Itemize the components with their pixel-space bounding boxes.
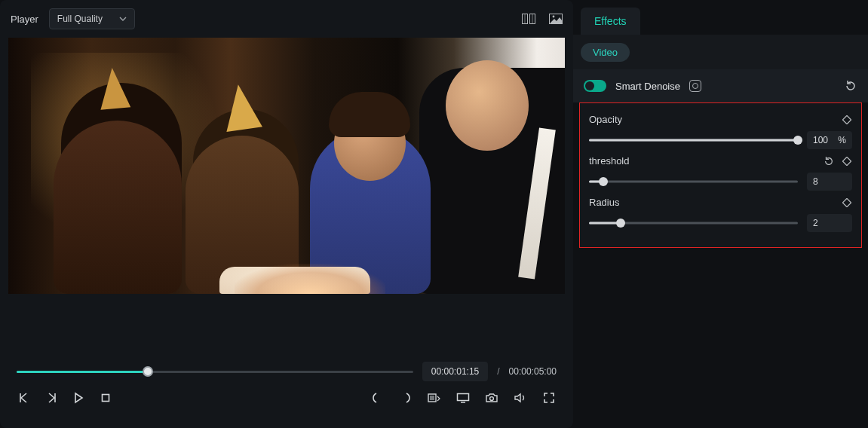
effect-name: Smart Denoise: [615, 81, 680, 92]
opacity-slider[interactable]: [589, 136, 798, 145]
camera-snapshot-icon[interactable]: [484, 390, 499, 405]
tab-effects[interactable]: Effects: [581, 8, 640, 35]
total-duration: 00:00:05:00: [509, 366, 557, 377]
reset-threshold-icon[interactable]: [824, 156, 834, 167]
svg-rect-13: [842, 115, 851, 124]
radius-slider[interactable]: [589, 219, 798, 228]
threshold-slider[interactable]: [589, 177, 798, 186]
player-panel: Player Full Quality: [0, 0, 573, 428]
threshold-value[interactable]: 8: [807, 173, 852, 191]
mark-out-button[interactable]: [398, 390, 413, 405]
transport-bar: 00:00:01:15 / 00:00:05:00: [0, 353, 573, 428]
radius-value[interactable]: 2: [807, 214, 852, 232]
params-box: Opacity 100 %: [579, 102, 862, 248]
svg-rect-14: [842, 157, 851, 165]
opacity-value[interactable]: 100 %: [807, 131, 852, 149]
video-preview[interactable]: [8, 38, 565, 294]
threshold-label: threshold: [589, 155, 816, 167]
effect-header: Smart Denoise: [573, 69, 868, 102]
quality-select[interactable]: Full Quality: [49, 8, 135, 29]
svg-rect-8: [103, 395, 109, 402]
opacity-label: Opacity: [589, 114, 834, 125]
markers-menu[interactable]: [427, 390, 442, 405]
preset-icon[interactable]: [689, 80, 701, 92]
prev-frame-button[interactable]: [17, 390, 32, 405]
effects-panel: Effects Video Smart Denoise Opacity: [573, 0, 868, 428]
volume-icon[interactable]: [513, 390, 528, 405]
snapshot-image-icon[interactable]: [549, 12, 563, 26]
effect-toggle[interactable]: [584, 80, 606, 92]
time-separator: /: [497, 366, 499, 377]
fullscreen-icon[interactable]: [541, 390, 557, 405]
subtab-row: Video: [573, 35, 868, 69]
tabs-bar: Effects: [573, 0, 868, 35]
stop-button[interactable]: [98, 390, 113, 405]
svg-rect-15: [842, 198, 851, 206]
radius-label: Radius: [589, 197, 834, 208]
reset-effect-icon[interactable]: [844, 79, 857, 93]
keyframe-icon[interactable]: [842, 197, 852, 208]
chevron-down-icon: [119, 15, 127, 23]
play-button[interactable]: [71, 390, 86, 405]
compare-grid-icon[interactable]: [522, 12, 535, 26]
quality-value: Full Quality: [57, 14, 103, 24]
subtab-video[interactable]: Video: [581, 43, 630, 62]
mark-in-button[interactable]: [370, 390, 385, 405]
timeline-scrubber[interactable]: [17, 366, 413, 377]
keyframe-icon[interactable]: [842, 115, 852, 125]
svg-point-5: [553, 16, 555, 18]
display-settings-icon[interactable]: [455, 390, 471, 405]
param-opacity: Opacity 100 %: [589, 114, 852, 149]
param-radius: Radius 2: [589, 197, 852, 232]
next-frame-button[interactable]: [44, 390, 59, 405]
keyframe-icon[interactable]: [842, 156, 852, 167]
param-threshold: threshold 8: [589, 155, 852, 191]
current-time[interactable]: 00:00:01:15: [422, 362, 488, 381]
player-label: Player: [11, 14, 38, 25]
svg-point-12: [490, 397, 494, 401]
player-header: Player Full Quality: [0, 0, 573, 38]
svg-rect-10: [458, 394, 469, 401]
